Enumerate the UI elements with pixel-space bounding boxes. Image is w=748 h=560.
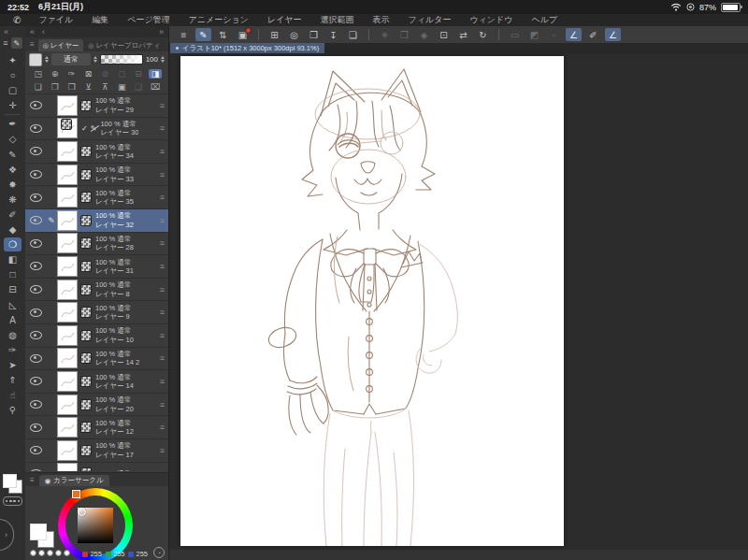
layer-row[interactable]: 100 % 通常レイヤー 12≡	[25, 416, 168, 439]
layer-thumbnail[interactable]	[57, 95, 78, 116]
text-tool[interactable]: A	[4, 313, 22, 327]
layer-row[interactable]: 100 % 通常レイヤー 31≡	[25, 255, 168, 279]
canvas-viewport[interactable]	[169, 53, 748, 560]
visibility-eye-icon[interactable]	[30, 446, 42, 454]
visibility-eye-icon[interactable]	[30, 124, 42, 133]
panel-next-icon[interactable]: »	[159, 27, 164, 36]
snap-to-special-ruler-button[interactable]: ✐	[585, 28, 601, 41]
blend-stepper[interactable]	[94, 56, 97, 63]
layer-thumbnail[interactable]	[57, 141, 78, 162]
eraser-tool[interactable]: ◇	[4, 132, 22, 146]
layer-row[interactable]: 100 % 通常レイヤー 35≡	[25, 186, 168, 209]
layer-thumbnail[interactable]	[57, 256, 78, 277]
visibility-eye-icon[interactable]	[30, 194, 42, 202]
layer-row[interactable]: 100 % 通常レイヤー 34≡	[25, 140, 168, 164]
layer-template-swatch[interactable]	[29, 53, 42, 66]
draft-layer-icon[interactable]: ✑	[65, 69, 79, 79]
layer-row[interactable]: 100 % 通常レイヤー 17≡	[25, 439, 168, 463]
layer-thumbnail[interactable]	[57, 187, 78, 208]
row-drag-handle[interactable]: ≡	[160, 238, 165, 248]
new-layer-settings-button[interactable]: ❐	[49, 82, 62, 92]
visibility-eye-icon[interactable]	[30, 377, 42, 385]
figure-tool[interactable]: □	[4, 267, 22, 281]
merge-below-button[interactable]: ⊼	[98, 82, 111, 92]
current-subtool-icon[interactable]: ✎	[11, 37, 22, 49]
menu-item[interactable]: フィルター	[399, 14, 461, 26]
open-file-button[interactable]: ❐	[306, 28, 322, 41]
menu-item[interactable]: ページ管理	[118, 14, 179, 26]
row-drag-handle[interactable]: ≡	[160, 170, 165, 179]
layer-color-icon[interactable]: ◨	[149, 69, 162, 79]
canvas-settings-button[interactable]: ◎	[286, 28, 302, 41]
layer-row[interactable]: 100 % 通常レイヤー 33≡	[25, 164, 168, 187]
hue-marker[interactable]	[72, 490, 80, 498]
blend-mode-select[interactable]: 通常	[51, 53, 91, 65]
canvas-page[interactable]	[180, 56, 564, 546]
layer-thumbnail[interactable]	[57, 233, 78, 253]
clip-studio-logo-icon[interactable]: ✆	[13, 15, 21, 25]
page-manager-button[interactable]: ❏	[345, 28, 361, 41]
visibility-eye-icon[interactable]	[30, 285, 42, 294]
row-drag-handle[interactable]: ≡	[160, 285, 165, 294]
flip-horizontal-button[interactable]: ⇄	[455, 28, 471, 41]
collapse-toolstrip-icon[interactable]: «	[4, 27, 8, 36]
frame-border-tool[interactable]: ⊟	[4, 282, 22, 296]
row-drag-handle[interactable]: ≡	[160, 468, 165, 471]
opacity-slider[interactable]	[100, 54, 143, 65]
visibility-eye-icon[interactable]	[30, 216, 42, 224]
row-drag-handle[interactable]: ≡	[160, 377, 165, 386]
menu-item[interactable]: 選択範囲	[311, 14, 364, 26]
save-export-button[interactable]: ↧	[325, 28, 341, 41]
fill-tool[interactable]: ◆	[4, 223, 22, 237]
visibility-eye-icon[interactable]	[30, 262, 42, 270]
visibility-eye-icon[interactable]	[30, 424, 42, 432]
pencil-tool[interactable]: ✎	[4, 148, 22, 162]
layer-row[interactable]: 100 % 通常レイヤー 14 2≡	[25, 348, 168, 371]
layer-thumbnail[interactable]	[57, 463, 78, 471]
ruler-tool[interactable]: ◺	[4, 298, 22, 312]
row-drag-handle[interactable]: ≡	[160, 216, 165, 225]
delete-layer-button[interactable]: ⌧	[149, 82, 162, 92]
layer-panel-menu-icon[interactable]: ≡	[30, 40, 35, 49]
row-drag-handle[interactable]: ≡	[160, 446, 165, 455]
row-drag-handle[interactable]: ≡	[160, 193, 165, 202]
visibility-eye-icon[interactable]	[30, 400, 42, 409]
visibility-eye-icon[interactable]	[30, 469, 42, 471]
rotate-view-button[interactable]: ↻	[475, 28, 491, 41]
layer-thumbnail[interactable]	[57, 417, 78, 438]
main-color-swatches[interactable]	[3, 474, 22, 493]
decoration-tool[interactable]: ❖	[4, 163, 22, 177]
layer-thumbnail[interactable]	[57, 325, 78, 346]
visibility-eye-icon[interactable]	[30, 170, 42, 179]
new-raster-layer-button[interactable]: ❏	[32, 82, 45, 92]
menu-item[interactable]: 表示	[364, 14, 399, 26]
menu-item[interactable]: レイヤー	[258, 14, 311, 26]
row-drag-handle[interactable]: ≡	[160, 147, 165, 156]
layer-thumbnail[interactable]	[57, 395, 78, 415]
row-drag-handle[interactable]: ≡	[160, 123, 165, 133]
saturation-value-square[interactable]	[78, 508, 113, 543]
foreground-color-swatch[interactable]	[30, 524, 47, 540]
layer-row[interactable]: 100 % 通常レイヤー 28≡	[25, 233, 168, 256]
menu-item[interactable]: ファイル	[29, 14, 82, 26]
foreground-color-swatch[interactable]	[3, 474, 17, 488]
menu-item[interactable]: ウィンドウ	[460, 14, 522, 26]
row-drag-handle[interactable]: ≡	[160, 101, 165, 110]
zoom-tool[interactable]: ⚲	[4, 403, 22, 417]
layer-row[interactable]: 100 % 通常レイヤー 9≡	[25, 301, 168, 324]
edge-keyboard-handle[interactable]: ›	[0, 519, 14, 551]
menu-item[interactable]: 編集	[82, 14, 118, 26]
snap-to-ruler-button[interactable]: ∠	[566, 28, 582, 41]
layer-thumbnail[interactable]	[57, 280, 78, 300]
template-stepper[interactable]	[45, 56, 49, 63]
layer-thumbnail[interactable]	[57, 302, 78, 323]
layer-thumbnail[interactable]	[57, 165, 78, 185]
visibility-eye-icon[interactable]	[30, 354, 42, 363]
visibility-eye-icon[interactable]	[30, 101, 42, 109]
visibility-eye-icon[interactable]	[30, 147, 42, 155]
sv-marker[interactable]	[78, 508, 86, 516]
balloon-tool[interactable]: ◍	[4, 328, 22, 342]
menu-item[interactable]: アニメーション	[180, 14, 258, 26]
panel-collapse-icon[interactable]: «	[30, 27, 35, 36]
recent-colors[interactable]	[30, 550, 70, 556]
